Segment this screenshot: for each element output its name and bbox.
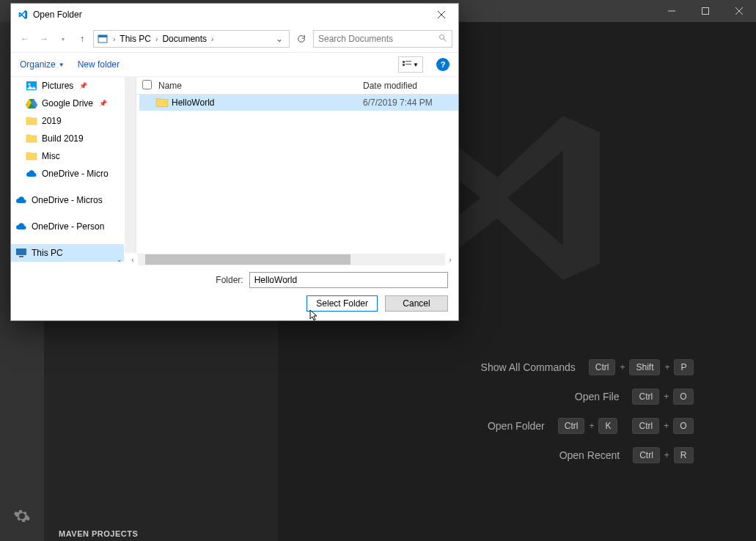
folder-label: Folder: [216,275,243,285]
folder-icon [155,97,169,108]
vscode-icon [17,9,29,21]
back-button[interactable]: ← [17,31,33,47]
tree-item[interactable]: OneDrive - Person [11,218,124,235]
file-row[interactable]: HelloWorld6/7/2019 7:44 PM [139,95,458,111]
row-name: HelloWorld [169,97,363,108]
dialog-titlebar[interactable]: Open Folder [11,4,458,26]
horizontal-scrollbar[interactable]: ‹ › [125,253,458,266]
folder-name-input[interactable] [249,272,448,288]
breadcrumb-sep-icon: › [210,35,215,43]
folder-icon [26,133,37,144]
help-button[interactable]: ? [436,58,449,71]
dialog-toolbar: Organize ▼ New folder ▼ ? [11,52,458,77]
tree-item[interactable]: 2019 [11,112,124,130]
cancel-button[interactable]: Cancel [385,295,448,312]
folder-icon [26,150,37,162]
close-button[interactable] [722,0,756,22]
tree-item[interactable]: Build 2019 [11,130,124,147]
view-options-button[interactable]: ▼ [398,56,423,73]
svg-line-9 [444,38,447,41]
key-badge: O [673,418,693,434]
file-list[interactable]: HelloWorld6/7/2019 7:44 PM [125,95,458,253]
tree-item-label: Google Drive [42,98,93,108]
nav-tree[interactable]: Pictures📌Google Drive📌2019Build 2019Misc… [11,77,125,266]
key-badge: Ctrl [632,389,659,405]
tree-item-label: Build 2019 [42,133,84,144]
tree-item-label: Misc [42,151,60,161]
column-headers[interactable]: Name Date modified [125,77,458,95]
up-button[interactable]: ↑ [74,31,90,47]
pin-icon: 📌 [79,82,87,89]
svg-point-15 [29,84,31,86]
command-row: Show All CommandsCtrl+Shift+P [342,359,694,375]
settings-gear-icon[interactable] [12,506,32,526]
column-date[interactable]: Date modified [363,81,458,91]
command-keys: Ctrl+O [632,389,693,405]
tree-item-label: OneDrive - Person [32,221,104,232]
svg-point-8 [440,34,444,39]
tree-expand-icon[interactable]: ⌄ [117,256,122,266]
forward-button[interactable]: → [36,31,52,47]
select-all-checkbox[interactable] [142,80,152,89]
command-label: Open Recent [342,449,620,461]
gdrive-icon [26,97,37,109]
key-badge: R [674,447,694,463]
tree-item-label: OneDrive - Micros [32,195,103,205]
key-badge: Ctrl [633,447,660,463]
svg-rect-7 [98,35,107,37]
monitor-icon [15,247,27,259]
breadcrumb-item[interactable]: This PC [120,34,151,44]
tree-item[interactable]: Misc [11,147,124,165]
cloud-icon [26,168,37,180]
dialog-title: Open Folder [33,10,430,20]
breadcrumb-item[interactable]: Documents [162,34,207,44]
select-folder-button[interactable]: Select Folder [307,295,378,312]
tree-item-label: Pictures [42,81,73,91]
tree-item[interactable]: OneDrive - Micro [11,165,124,183]
breadcrumb-sep-icon: › [111,35,117,43]
svg-rect-13 [405,64,411,65]
dialog-nav: ← → ▾ ↑ › This PC › Documents › ⌄ Search… [11,26,458,52]
search-placeholder: Search Documents [318,34,393,44]
tree-item[interactable]: This PC [11,244,124,262]
svg-rect-10 [403,61,405,63]
breadcrumb-sep-icon: › [154,35,159,43]
pictures-icon [26,80,37,92]
welcome-commands: Show All CommandsCtrl+Shift+POpen FileCt… [342,359,694,463]
breadcrumb-dropdown-icon[interactable]: ⌄ [273,34,286,44]
maximize-button[interactable] [689,0,722,22]
tree-item[interactable]: Google Drive📌 [11,95,124,112]
key-badge: Ctrl [589,359,616,375]
tree-item-label: OneDrive - Micro [42,169,109,179]
command-keys: Ctrl+R [633,447,693,463]
tree-item-label: This PC [32,248,63,258]
cloud-icon [15,194,27,206]
scroll-right-icon[interactable]: › [445,256,455,264]
organize-button[interactable]: Organize ▼ [20,59,65,70]
tree-item[interactable]: Pictures📌 [11,77,124,95]
minimize-button[interactable] [655,0,689,22]
svg-rect-16 [16,249,26,255]
dialog-close-button[interactable] [430,6,452,23]
scroll-left-icon[interactable]: ‹ [128,256,138,264]
command-label: Open Folder [342,420,545,432]
command-row: Open RecentCtrl+R [342,447,694,463]
search-input[interactable]: Search Documents [313,30,452,48]
pin-icon: 📌 [99,100,106,107]
refresh-button[interactable] [293,30,310,48]
tree-item-label: 2019 [42,116,62,126]
svg-rect-1 [702,8,709,15]
recent-dropdown[interactable]: ▾ [55,31,71,47]
tree-item[interactable]: OneDrive - Micros [11,191,124,209]
scroll-thumb[interactable] [145,254,351,265]
row-date: 6/7/2019 7:44 PM [363,97,458,108]
svg-rect-11 [405,61,411,62]
breadcrumb[interactable]: › This PC › Documents › ⌄ [93,30,290,48]
column-name[interactable]: Name [158,81,363,91]
sidebar-section-label: MAVEN PROJECTS [59,529,138,538]
open-folder-dialog: Open Folder ← → ▾ ↑ › This PC › Document… [10,3,459,321]
key-badge: Ctrl [632,418,659,434]
new-folder-button[interactable]: New folder [78,59,120,70]
location-icon [97,33,109,45]
svg-rect-12 [403,64,405,66]
